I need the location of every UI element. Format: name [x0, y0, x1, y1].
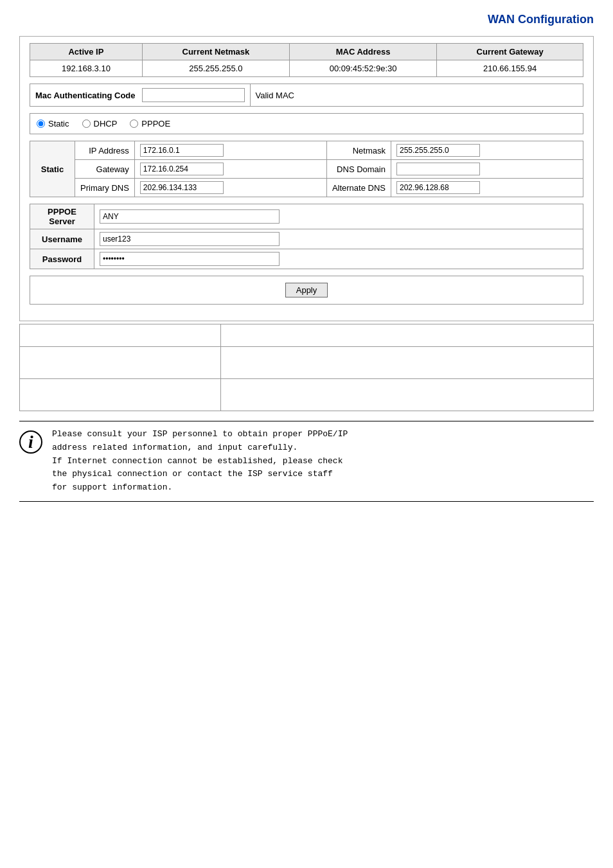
static-label: Static [48, 119, 69, 128]
mac-auth-label: Mac Authenticating Code [35, 91, 136, 100]
mac-auth-input[interactable] [142, 88, 245, 102]
connection-type-selector: Static DHCP PPPOE [30, 113, 583, 134]
pppoe-radio[interactable] [130, 120, 138, 128]
pppoe-username-label: Username [30, 229, 94, 249]
static-radio-option[interactable]: Static [37, 119, 69, 128]
gateway-input[interactable] [140, 163, 224, 175]
static-section-label: Static [30, 141, 75, 197]
empty-cell-3a [20, 379, 221, 411]
network-info-table: Active IP Current Netmask MAC Address Cu… [30, 43, 583, 77]
ip-address-input[interactable] [140, 144, 224, 157]
alternate-dns-label: Alternate DNS [326, 179, 391, 197]
pppoe-server-label: PPPOE Server [30, 204, 94, 229]
gateway-label: Gateway [75, 160, 135, 179]
pppoe-radio-option[interactable]: PPPOE [130, 119, 170, 128]
mac-address-value: 00:09:45:52:9e:30 [289, 60, 436, 77]
page-title: WAN Configuration [19, 13, 594, 26]
mac-address-header: MAC Address [289, 44, 436, 60]
empty-cell-2b [220, 347, 593, 379]
active-ip-header: Active IP [30, 44, 143, 60]
empty-cell-1a [20, 324, 221, 347]
netmask-input[interactable] [396, 144, 480, 157]
current-netmask-value: 255.255.255.0 [142, 60, 289, 77]
info-text: Please consult your ISP personnel to obt… [52, 428, 348, 495]
current-netmask-header: Current Netmask [142, 44, 289, 60]
static-radio[interactable] [37, 120, 45, 128]
empty-cell-2a [20, 347, 221, 379]
info-icon: i [19, 430, 42, 454]
static-config-table: Static IP Address Netmask Gateway DNS [30, 141, 583, 197]
pppoe-server-input[interactable] [100, 209, 280, 224]
dhcp-radio[interactable] [82, 120, 91, 128]
current-gateway-header: Current Gateway [437, 44, 583, 60]
dns-domain-label: DNS Domain [326, 160, 391, 179]
apply-row: Apply [30, 276, 583, 305]
valid-mac-label: Valid MAC [256, 91, 294, 100]
pppoe-table: PPPOE Server Username Password [30, 204, 583, 269]
alternate-dns-input[interactable] [396, 181, 480, 194]
mac-auth-table: Mac Authenticating Code Valid MAC [30, 84, 583, 107]
dns-domain-input[interactable] [396, 163, 480, 175]
empty-cell-1b [220, 324, 593, 347]
apply-button[interactable]: Apply [285, 283, 328, 297]
dhcp-label: DHCP [94, 119, 118, 128]
pppoe-label: PPPOE [141, 119, 170, 128]
pppoe-password-input[interactable] [100, 252, 280, 266]
pppoe-password-label: Password [30, 249, 94, 269]
primary-dns-label: Primary DNS [75, 179, 135, 197]
primary-dns-input[interactable] [140, 181, 224, 194]
empty-cell-3b [220, 379, 593, 411]
current-gateway-value: 210.66.155.94 [437, 60, 583, 77]
netmask-label: Netmask [326, 141, 391, 160]
pppoe-username-input[interactable] [100, 232, 280, 246]
empty-table-1 [19, 324, 594, 411]
ip-address-label: IP Address [75, 141, 135, 160]
active-ip-value: 192.168.3.10 [30, 60, 143, 77]
info-box: i Please consult your ISP personnel to o… [19, 421, 594, 502]
dhcp-radio-option[interactable]: DHCP [82, 119, 118, 128]
